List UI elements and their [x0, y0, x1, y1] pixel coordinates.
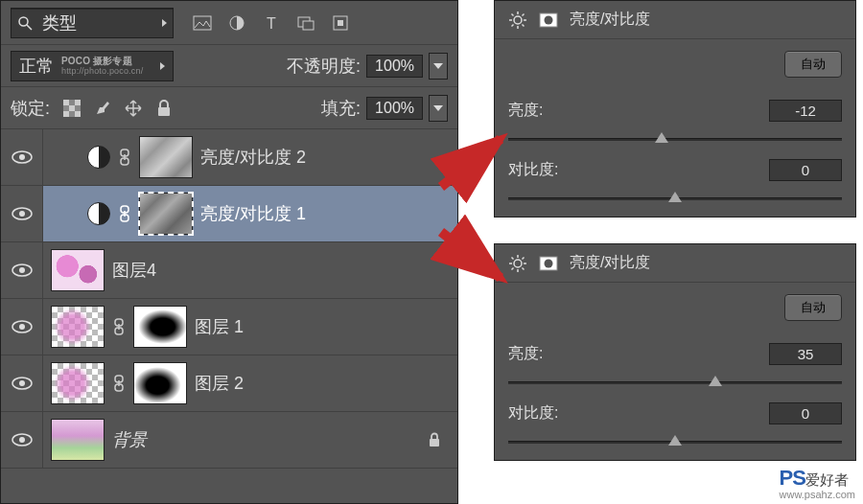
brightness-contrast-icon	[508, 11, 527, 30]
contrast-control: 对比度:0	[495, 149, 855, 208]
link-icon[interactable]	[112, 375, 126, 392]
svg-point-27	[19, 267, 25, 273]
visibility-toggle[interactable]	[1, 186, 43, 241]
fill-dropdown-button[interactable]	[429, 95, 448, 122]
svg-rect-15	[158, 107, 170, 116]
lock-icon	[427, 432, 442, 447]
visibility-toggle[interactable]	[1, 412, 43, 468]
svg-rect-40	[430, 439, 439, 447]
blend-mode-label: 正常	[19, 55, 54, 78]
adjustment-layer-icon	[87, 202, 110, 225]
svg-point-39	[19, 437, 25, 443]
contrast-slider[interactable]	[508, 189, 842, 208]
layer-row-image-1[interactable]: 图层 1	[1, 299, 457, 355]
lock-transparency-icon[interactable]	[63, 100, 81, 117]
brightness-value[interactable]: 35	[769, 343, 842, 365]
link-icon[interactable]	[118, 149, 131, 166]
layer-type-filter-select[interactable]: 类型	[11, 8, 174, 38]
brightness-slider[interactable]	[508, 373, 842, 392]
brightness-control: 亮度:-12	[495, 89, 855, 149]
opacity-group: 不透明度: 100%	[287, 53, 448, 80]
layer-thumbnail[interactable]	[51, 249, 105, 291]
chevron-right-icon	[162, 19, 167, 27]
mask-icon[interactable]	[539, 254, 558, 273]
layer-name[interactable]: 图层4	[112, 259, 156, 282]
svg-point-34	[19, 380, 25, 386]
svg-line-48	[512, 24, 514, 26]
layer-row-image-4[interactable]: 图层4	[1, 242, 457, 299]
layer-thumbnail[interactable]	[51, 362, 105, 404]
filter-type-icon[interactable]: T	[262, 13, 281, 33]
opacity-dropdown-button[interactable]	[429, 53, 448, 80]
layer-name[interactable]: 图层 2	[195, 372, 244, 395]
layer-row-background[interactable]: 背景	[1, 412, 457, 469]
lock-label: 锁定:	[11, 97, 50, 120]
lock-fill-row: 锁定: 填充: 100%	[1, 87, 457, 129]
contrast-value[interactable]: 0	[769, 402, 842, 424]
svg-point-17	[19, 154, 25, 160]
svg-rect-12	[69, 105, 75, 111]
link-icon[interactable]	[112, 318, 126, 335]
auto-button[interactable]: 自动	[784, 294, 842, 321]
opacity-value[interactable]: 100%	[366, 55, 423, 78]
svg-rect-13	[63, 111, 69, 117]
properties-title: 亮度/对比度	[570, 10, 650, 30]
fill-value[interactable]: 100%	[366, 97, 423, 120]
layer-name[interactable]: 亮度/对比度 2	[200, 146, 306, 169]
brightness-value[interactable]: -12	[769, 100, 842, 122]
fill-group: 填充: 100%	[321, 95, 448, 122]
visibility-toggle[interactable]	[1, 299, 43, 355]
svg-point-22	[19, 211, 25, 217]
svg-line-63	[441, 139, 501, 187]
svg-rect-8	[338, 20, 343, 26]
svg-line-58	[523, 267, 525, 269]
properties-panel-1: 亮度/对比度 自动 亮度:-12 对比度:0	[494, 0, 856, 218]
layer-name[interactable]: 图层 1	[195, 315, 244, 338]
layer-thumbnail[interactable]	[51, 306, 105, 348]
layer-name[interactable]: 亮度/对比度 1	[200, 202, 306, 225]
brightness-slider[interactable]	[508, 129, 842, 149]
layer-row-adjustment-1[interactable]: 亮度/对比度 1	[1, 186, 457, 242]
layer-row-adjustment-2[interactable]: 亮度/对比度 2	[1, 129, 457, 186]
svg-point-52	[514, 260, 522, 267]
layer-thumbnail[interactable]	[51, 419, 105, 461]
filter-adjustment-icon[interactable]	[227, 13, 246, 33]
svg-line-60	[523, 257, 525, 259]
auto-button[interactable]: 自动	[784, 51, 842, 78]
lock-position-icon[interactable]	[125, 100, 142, 117]
layer-mask-thumbnail[interactable]	[133, 306, 187, 348]
visibility-toggle[interactable]	[1, 242, 43, 298]
properties-header: 亮度/对比度	[495, 244, 855, 283]
brightness-control: 亮度:35	[495, 332, 855, 392]
svg-point-41	[514, 16, 522, 24]
filter-smart-icon[interactable]	[331, 13, 350, 33]
lock-all-icon[interactable]	[155, 100, 173, 117]
chevron-right-icon	[160, 62, 165, 70]
lock-paint-icon[interactable]	[94, 100, 111, 117]
svg-line-1	[27, 25, 32, 30]
contrast-slider[interactable]	[508, 432, 842, 451]
visibility-toggle[interactable]	[1, 129, 43, 185]
filter-pixel-icon[interactable]	[193, 13, 212, 33]
blend-mode-select[interactable]: 正常 POCO 摄影专题http://photo.poco.cn/	[11, 51, 174, 81]
link-icon[interactable]	[118, 205, 131, 222]
layer-row-image-2[interactable]: 图层 2	[1, 355, 457, 412]
svg-point-51	[545, 15, 553, 24]
visibility-toggle[interactable]	[1, 355, 43, 411]
contrast-control: 对比度:0	[495, 392, 855, 451]
contrast-label: 对比度:	[508, 403, 558, 424]
contrast-value[interactable]: 0	[769, 159, 842, 181]
layer-mask-thumbnail[interactable]	[133, 362, 187, 404]
layer-mask-thumbnail[interactable]	[139, 136, 193, 178]
annotation-arrow-down	[435, 222, 512, 289]
annotation-arrow-up	[435, 129, 512, 196]
svg-line-47	[523, 24, 525, 26]
layer-name[interactable]: 背景	[112, 428, 147, 451]
mask-icon[interactable]	[539, 11, 558, 30]
type-filter-row: 类型 T	[1, 1, 457, 45]
svg-rect-11	[75, 100, 81, 105]
svg-point-62	[545, 259, 553, 267]
site-watermark: PS爱好者 www.psahz.com	[780, 466, 855, 500]
layer-mask-thumbnail[interactable]	[139, 193, 193, 235]
filter-shape-icon[interactable]	[296, 13, 315, 33]
